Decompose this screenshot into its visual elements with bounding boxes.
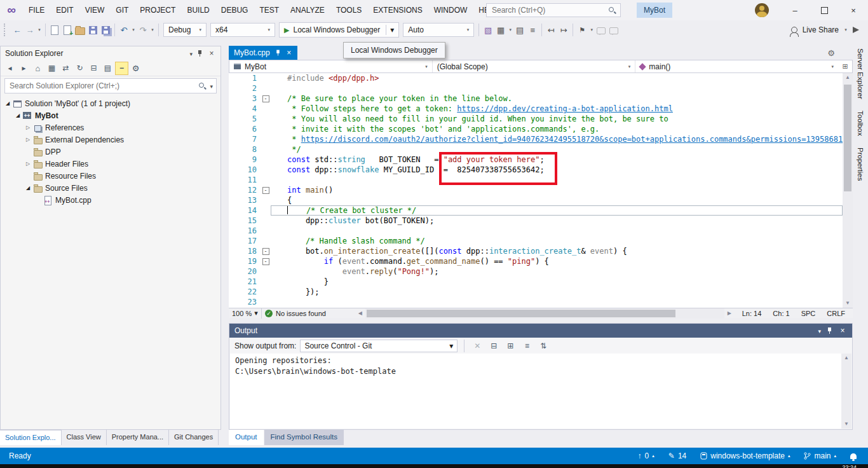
scope-dropdown[interactable]: (Global Scope) ▾ (433, 60, 636, 72)
health-check-icon[interactable] (265, 310, 273, 317)
line-number[interactable]: 17 (229, 236, 261, 246)
line-number[interactable]: 23 (229, 297, 261, 307)
document-outline-icon[interactable] (513, 23, 526, 37)
save-icon[interactable] (86, 23, 99, 37)
solution-badge[interactable]: MyBot (637, 3, 672, 18)
debug-target-dropdown-icon[interactable]: ▾ (390, 25, 394, 34)
code-text[interactable]: const std::string BOT_TOKEN = "add your … (271, 155, 843, 165)
scroll-up-icon[interactable]: ▲ (843, 73, 853, 82)
tree-item-mybot[interactable]: MyBot (1, 109, 220, 121)
right-tab-properties[interactable]: Properties (857, 148, 864, 181)
forward-icon[interactable] (17, 62, 31, 75)
code-text[interactable]: dpp::cluster bot(BOT_TOKEN); (271, 216, 843, 226)
word-wrap-icon[interactable] (520, 340, 533, 352)
navigation-dropdown-icon[interactable]: ▾ (36, 23, 43, 37)
project-dropdown[interactable]: MyBot ▾ (229, 60, 433, 72)
switch-views-icon[interactable] (45, 62, 58, 75)
bookmark-dropdown-icon[interactable]: ▾ (588, 23, 595, 37)
decrease-indent-icon[interactable] (545, 23, 557, 37)
tree-expanded-icon[interactable] (3, 100, 12, 106)
scroll-up-icon[interactable]: ▲ (841, 354, 851, 362)
close-tab-icon[interactable]: × (286, 48, 292, 57)
code-text[interactable]: const dpp::snowflake MY_GUILD_ID = 82540… (271, 165, 843, 175)
line-number[interactable]: 16 (229, 226, 261, 236)
redo-dropdown-icon[interactable]: ▾ (149, 23, 156, 37)
watch-dropdown[interactable]: Auto▾ (403, 23, 474, 37)
code-text[interactable]: * invite it with the scopes 'bot' and 'a… (271, 124, 843, 134)
bottom-tab-output[interactable]: Output (229, 430, 264, 445)
toggle-autoscroll-icon[interactable] (537, 340, 550, 352)
pin-icon[interactable] (196, 50, 203, 57)
scroll-down-icon[interactable]: ▼ (843, 299, 853, 308)
code-text[interactable]: if (event.command.get_command_name() == … (271, 256, 843, 266)
sync-with-active-document-icon[interactable] (59, 62, 72, 75)
save-all-icon[interactable] (99, 23, 112, 37)
tree-collapsed-icon[interactable] (24, 161, 32, 167)
increase-indent-icon[interactable] (557, 23, 570, 37)
line-number[interactable]: 22 (229, 287, 261, 297)
line-ending-indicator[interactable]: CRLF (827, 310, 845, 317)
line-number[interactable]: 6 (229, 124, 261, 134)
line-number[interactable]: 9 (229, 155, 261, 165)
scrollbar-thumb[interactable] (367, 310, 675, 317)
tree-item-resource-files[interactable]: Resource Files (1, 170, 220, 182)
unsaved-changes-button[interactable]: 14 (668, 451, 686, 460)
tree-expanded-icon[interactable] (13, 113, 22, 118)
user-avatar[interactable] (755, 3, 769, 17)
menu-file[interactable]: FILE (23, 0, 50, 20)
fold-collapse-icon[interactable]: - (262, 95, 269, 102)
code-text[interactable]: /* Create bot cluster */ (271, 205, 843, 216)
refresh-icon[interactable] (73, 62, 86, 75)
collapse-all-icon[interactable] (487, 340, 500, 352)
right-tab-server-explorer[interactable]: Server Explorer (857, 48, 864, 99)
close-icon[interactable]: × (207, 49, 216, 58)
notifications-bell-icon[interactable] (850, 453, 857, 459)
window-layout-dropdown-icon[interactable]: ▾ (507, 23, 513, 37)
profiler-icon[interactable] (482, 23, 494, 37)
fold-collapse-icon[interactable]: - (262, 187, 269, 194)
solution-platform-dropdown[interactable]: x64▾ (210, 23, 275, 37)
line-number[interactable]: 13 (229, 195, 261, 205)
output-log[interactable]: Opening repositories:C:\Users\brain\wind… (230, 354, 841, 429)
window-position-icon[interactable] (189, 49, 193, 58)
right-tab-toolbox[interactable]: Toolbox (857, 111, 864, 136)
menu-extensions[interactable]: EXTENSIONS (367, 0, 428, 20)
solution-search[interactable] (4, 78, 217, 93)
output-vertical-scrollbar[interactable]: ▲ ▼ (841, 354, 851, 429)
menu-analyze[interactable]: ANALYZE (285, 0, 330, 20)
left-tab-property-mana[interactable]: Property Mana... (107, 430, 169, 445)
task-list-icon[interactable] (526, 23, 539, 37)
branch-button[interactable]: main ▴ (804, 451, 836, 460)
scrollbar-thumb[interactable] (844, 85, 851, 191)
code-text[interactable]: /* Be sure to place your token in the li… (271, 93, 843, 104)
outgoing-commits-button[interactable]: 0 ▴ (638, 451, 654, 460)
tree-item-mybot-cpp[interactable]: MyBot.cpp (1, 194, 220, 206)
tab-mybot-cpp[interactable]: MyBot.cpp × (229, 46, 297, 60)
spaces-indicator[interactable]: SPC (801, 310, 816, 317)
line-number[interactable]: 21 (229, 277, 261, 287)
bookmark-icon[interactable] (576, 23, 588, 37)
code-text[interactable]: event.reply("Pong!"); (271, 266, 843, 277)
close-icon[interactable]: × (838, 326, 847, 335)
show-all-files-icon[interactable] (101, 62, 114, 75)
code-text[interactable] (271, 226, 843, 236)
start-debugging-button[interactable]: ▶ Local Windows Debugger ▾ (279, 22, 399, 38)
editor-vertical-scrollbar[interactable]: ▲ ▼ (843, 73, 853, 308)
uncomment-icon[interactable] (607, 23, 620, 37)
maximize-button[interactable] (810, 0, 839, 20)
zoom-dropdown[interactable]: 100 %▾ (229, 308, 262, 319)
code-text[interactable]: } (271, 277, 843, 287)
tree-item-dpp[interactable]: DPP (1, 146, 220, 158)
live-share-button[interactable]: Live Share (803, 25, 839, 34)
scroll-right-icon[interactable]: ▶ (724, 310, 735, 316)
line-number[interactable]: 14 (229, 205, 261, 216)
code-text[interactable] (271, 297, 843, 307)
pin-icon[interactable] (826, 327, 833, 334)
line-number[interactable]: 1 (229, 73, 261, 83)
collapse-all-icon[interactable] (87, 62, 100, 75)
tree-item-external-dependencies[interactable]: External Dependencies (1, 134, 220, 146)
menu-edit[interactable]: EDIT (50, 0, 79, 20)
window-layout-icon[interactable] (494, 23, 507, 37)
scroll-down-icon[interactable]: ▼ (841, 420, 851, 429)
new-file-icon[interactable] (48, 23, 61, 37)
